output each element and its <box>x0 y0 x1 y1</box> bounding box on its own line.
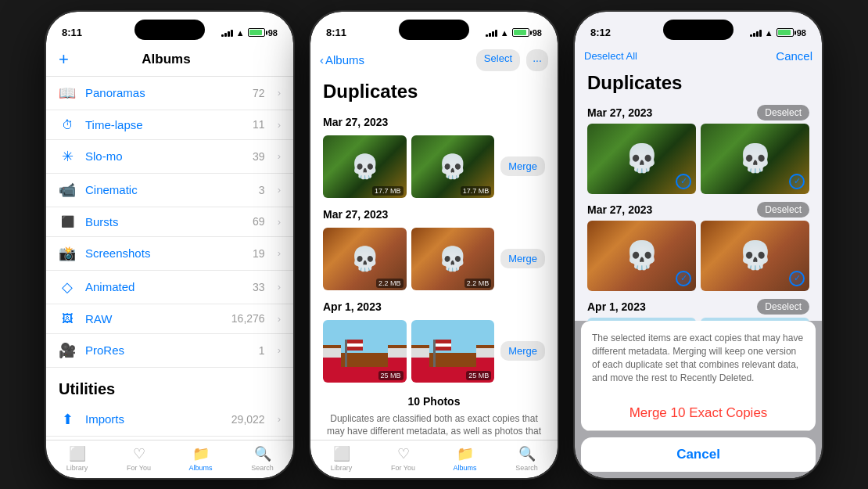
albums-tab-icon: 📁 <box>457 445 474 462</box>
cancel-button[interactable]: Cancel <box>776 49 812 63</box>
time-3: 8:12 <box>590 27 611 38</box>
date-section-2: Mar 27, 2023 <box>310 201 558 225</box>
duplicates-content[interactable]: Mar 27, 2023 💀 17.7 MB 💀 17.7 MB Merge <box>310 109 558 440</box>
cinematic-label: Cinematic <box>85 183 249 196</box>
merge-copies-button[interactable]: Merge 10 Exact Copies <box>581 396 816 431</box>
sel-date-label-2: Mar 27, 2023 <box>587 203 757 216</box>
svg-rect-13 <box>436 347 451 351</box>
deselect-all-button[interactable]: Deselect All <box>584 50 637 62</box>
chevron-icon: › <box>278 313 281 325</box>
photo-size: 25 MB <box>378 371 404 380</box>
chevron-icon: › <box>278 87 281 99</box>
date-section-1: Mar 27, 2023 <box>310 109 558 132</box>
sel-thumb[interactable]: 💀 ✓ <box>701 124 809 194</box>
check-icon: ✓ <box>676 174 691 189</box>
photo-thumb[interactable]: 💀 17.7 MB <box>411 135 495 198</box>
chevron-icon: › <box>278 150 281 162</box>
phone-2-screen: 8:11 ▲ 98 ‹ <box>310 12 558 478</box>
tab-search[interactable]: 🔍 Search <box>496 445 558 472</box>
tab-library[interactable]: ⬜ Library <box>310 445 372 472</box>
screenshots-label: Screenshots <box>85 246 243 260</box>
tab-search[interactable]: 🔍 Search <box>231 445 293 472</box>
action-sheet-container: The selected items are exact copies that… <box>575 321 822 477</box>
raw-label: RAW <box>85 312 222 325</box>
imports-count: 29,022 <box>231 413 265 426</box>
panoramas-label: Panoramas <box>85 86 243 99</box>
list-item[interactable]: ✳ Slo-mo 39 › <box>46 140 293 174</box>
search-tab-icon: 🔍 <box>518 445 536 462</box>
photo-thumb[interactable]: 💀 17.7 MB <box>323 135 407 198</box>
animated-label: Animated <box>85 280 243 293</box>
merge-button-3[interactable]: Merge <box>500 341 545 361</box>
panoramas-count: 72 <box>253 87 265 99</box>
list-item[interactable]: ⬆ Imports 29,022 › <box>46 403 293 437</box>
more-button[interactable]: ··· <box>526 49 548 71</box>
check-icon: ✓ <box>789 174 805 189</box>
tab-foryou[interactable]: ♡ For You <box>372 445 434 472</box>
photo-thumb[interactable]: 25 MB <box>411 320 495 383</box>
duplicates-page-title: Duplicates <box>310 77 558 109</box>
list-item[interactable]: 📖 Panoramas 72 › <box>46 77 293 110</box>
list-item[interactable]: 📹 Cinematic 3 › <box>46 174 293 207</box>
list-item[interactable]: 🖼 RAW 16,276 › <box>46 304 293 334</box>
albums-title: Albums <box>69 52 264 67</box>
prores-label: ProRes <box>85 343 249 357</box>
select-button[interactable]: Select <box>476 49 520 71</box>
chevron-icon: › <box>278 184 281 196</box>
photo-thumb[interactable]: 💀 2.2 MB <box>323 228 407 290</box>
deselect-group-2-button[interactable]: Deselect <box>757 202 809 218</box>
svg-rect-4 <box>347 340 363 343</box>
back-button[interactable]: ‹ Albums <box>320 53 364 67</box>
tab-foryou[interactable]: ♡ For You <box>108 445 170 472</box>
chevron-icon: › <box>278 216 281 228</box>
panoramas-icon: 📖 <box>59 84 76 102</box>
svg-rect-8 <box>429 353 476 367</box>
photo-thumb[interactable]: 💀 2.2 MB <box>411 228 495 290</box>
sel-thumb[interactable]: 💀 ✓ <box>587 124 696 194</box>
photo-thumb[interactable]: 25 MB <box>323 320 407 383</box>
merge-button-1[interactable]: Merge <box>500 156 545 176</box>
status-icons-2: ▲ 98 <box>486 28 542 38</box>
battery-pct-1: 98 <box>268 28 278 38</box>
modal-cancel-button[interactable]: Cancel <box>581 437 816 472</box>
slomo-label: Slo-mo <box>85 149 243 163</box>
search-tab-label: Search <box>251 464 274 472</box>
foryou-tab-icon: ♡ <box>133 445 145 462</box>
time-2: 8:11 <box>326 27 346 38</box>
deselect-group-3-button[interactable]: Deselect <box>757 299 809 315</box>
chevron-icon: › <box>278 119 281 131</box>
add-album-button[interactable]: + <box>59 49 69 70</box>
svg-rect-11 <box>436 340 451 343</box>
list-item[interactable]: ⬛ Bursts 69 › <box>46 207 293 237</box>
footer-title: 10 Photos <box>323 395 545 408</box>
raw-icon: 🖼 <box>59 312 76 325</box>
merge-row-3: 25 MB <box>310 317 558 386</box>
merge-button-2[interactable]: Merge <box>500 249 545 268</box>
list-item[interactable]: 📸 Screenshots 19 › <box>46 237 293 271</box>
wifi-icon-2: ▲ <box>500 28 509 38</box>
list-item[interactable]: ⏱ Time-lapse 11 › <box>46 110 293 140</box>
search-tab-label: Search <box>515 464 538 472</box>
slomo-count: 39 <box>253 150 265 163</box>
tab-bar-2: ⬜ Library ♡ For You 📁 Albums 🔍 Search <box>310 440 558 478</box>
tab-albums[interactable]: 📁 Albums <box>434 445 496 472</box>
chevron-icon: › <box>278 281 281 293</box>
prores-icon: 🎥 <box>59 342 76 359</box>
battery-pct-2: 98 <box>533 28 542 38</box>
sel-thumb[interactable]: 💀 ✓ <box>587 221 696 291</box>
list-item[interactable]: 🎥 ProRes 1 › <box>46 334 293 368</box>
tab-albums[interactable]: 📁 Albums <box>170 445 231 472</box>
sel-thumb[interactable]: 💀 ✓ <box>701 221 809 291</box>
deselect-group-1-button[interactable]: Deselect <box>757 105 809 120</box>
svg-rect-12 <box>436 343 451 347</box>
sel-date-row-2: Mar 27, 2023 Deselect <box>575 197 822 221</box>
library-tab-label: Library <box>66 464 88 472</box>
list-item[interactable]: ◇ Animated 33 › <box>46 271 293 304</box>
albums-tab-label: Albums <box>188 464 212 472</box>
signal-icon-2 <box>486 29 497 37</box>
imports-label: Imports <box>85 412 222 426</box>
albums-list[interactable]: 📖 Panoramas 72 › ⏱ Time-lapse 11 › ✳ Slo… <box>46 77 293 440</box>
tab-library[interactable]: ⬜ Library <box>46 445 108 472</box>
date-label-1: Mar 27, 2023 <box>323 116 388 128</box>
photo-size: 25 MB <box>466 371 491 380</box>
